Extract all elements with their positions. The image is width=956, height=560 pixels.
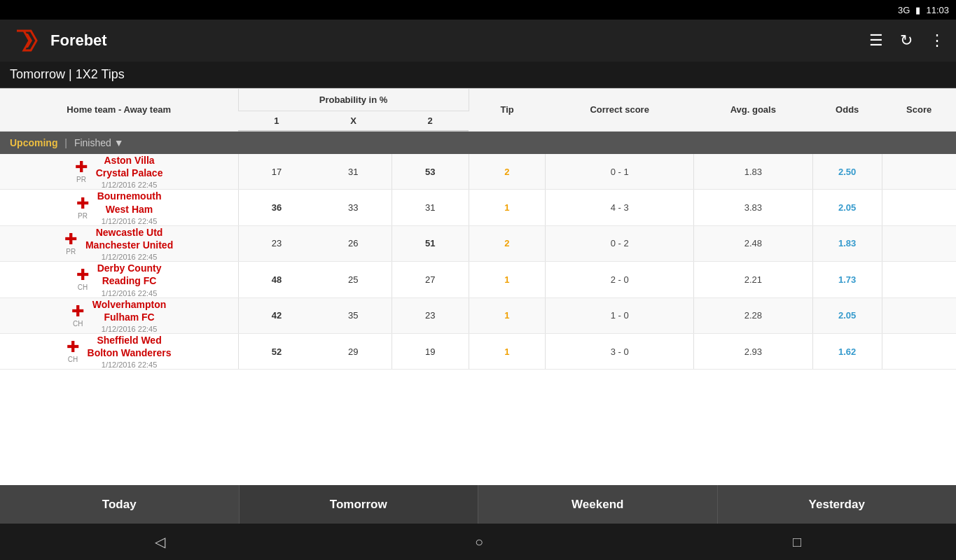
prob1-value: 52 bbox=[238, 333, 315, 369]
logo-icon bbox=[11, 25, 42, 56]
final-score-value bbox=[882, 298, 956, 333]
team-flag: ✚ PR bbox=[64, 232, 77, 255]
back-button[interactable]: ◁ bbox=[155, 533, 165, 550]
avg-goals-value: 3.83 bbox=[694, 190, 813, 225]
team-info: Bournemouth West Ham 1/12/2016 22:45 bbox=[97, 190, 162, 225]
group-finished-label: Finished bbox=[74, 137, 111, 148]
prob1-value: 36 bbox=[238, 190, 315, 225]
avg-goals-value: 2.93 bbox=[694, 333, 813, 369]
team-cell: ✚ PR Aston Villa Crystal Palace 1/12/201… bbox=[0, 154, 238, 190]
away-team-name: West Ham bbox=[97, 203, 162, 216]
correct-score-value: 0 - 2 bbox=[546, 225, 694, 261]
correct-score-value: 3 - 0 bbox=[546, 333, 694, 369]
match-time: 1/12/2016 22:45 bbox=[97, 289, 162, 298]
prob1-value: 23 bbox=[238, 225, 315, 261]
match-time: 1/12/2016 22:45 bbox=[88, 360, 172, 369]
team-info: Newcastle Utd Manchester United 1/12/201… bbox=[85, 226, 173, 261]
tip-value: 1 bbox=[469, 333, 546, 369]
match-time: 1/12/2016 22:45 bbox=[92, 325, 167, 333]
group-header-cell: Upcoming | Finished ▼ bbox=[0, 131, 956, 154]
matches-table: Home team - Away team Probability in % T… bbox=[0, 88, 956, 370]
away-team-name: Bolton Wanderers bbox=[88, 346, 172, 359]
team-info: Derby County Reading FC 1/12/2016 22:45 bbox=[97, 262, 162, 297]
probX-value: 26 bbox=[315, 225, 392, 261]
refresh-icon[interactable]: ↻ bbox=[900, 31, 913, 50]
table-header-top: Home team - Away team Probability in % T… bbox=[0, 89, 956, 111]
team-col-header: Home team - Away team bbox=[0, 89, 238, 132]
team-info: Aston Villa Crystal Palace 1/12/2016 22:… bbox=[96, 154, 163, 189]
page-title-bar: Tomorrow | 1X2 Tips bbox=[0, 62, 956, 88]
team-flag: ✚ CH bbox=[67, 340, 79, 363]
match-time: 1/12/2016 22:45 bbox=[97, 217, 162, 225]
probX-header: X bbox=[315, 111, 392, 132]
tab-yesterday[interactable]: Yesterday bbox=[718, 485, 957, 524]
team-cell: ✚ CH Derby County Reading FC 1/12/2016 2… bbox=[0, 262, 238, 298]
correct-score-value: 4 - 3 bbox=[546, 190, 694, 225]
prob2-value: 27 bbox=[392, 262, 469, 298]
tip-value: 2 bbox=[469, 225, 546, 261]
away-team-name: Fulham FC bbox=[92, 311, 167, 323]
avg-goals-value: 2.28 bbox=[694, 298, 813, 333]
odds-col-header: Odds bbox=[812, 89, 882, 132]
tip-value: 1 bbox=[469, 298, 546, 333]
group-header-row: Upcoming | Finished ▼ bbox=[0, 131, 956, 154]
tip-value: 2 bbox=[469, 154, 546, 190]
avg-goals-value: 2.21 bbox=[694, 262, 813, 298]
score-col-header: Score bbox=[882, 89, 956, 132]
battery-icon: ▮ bbox=[915, 5, 920, 15]
team-cell: ✚ PR Newcastle Utd Manchester United 1/1… bbox=[0, 225, 238, 261]
system-nav: ◁ ○ □ bbox=[0, 524, 956, 560]
odds-value: 2.50 bbox=[812, 154, 882, 190]
team-flag: ✚ PR bbox=[75, 160, 88, 183]
probX-value: 29 bbox=[315, 333, 392, 369]
group-arrow-icon: ▼ bbox=[114, 137, 124, 148]
probX-value: 35 bbox=[315, 298, 392, 333]
tip-col-header: Tip bbox=[469, 89, 546, 132]
tab-tomorrow[interactable]: Tomorrow bbox=[240, 485, 479, 524]
probX-value: 31 bbox=[315, 154, 392, 190]
correct-score-value: 0 - 1 bbox=[546, 154, 694, 190]
team-cell: ✚ PR Bournemouth West Ham 1/12/2016 22:4… bbox=[0, 190, 238, 225]
nav-actions: ☰ ↻ ⋮ bbox=[869, 31, 945, 50]
group-separator: | bbox=[64, 137, 67, 148]
final-score-value bbox=[882, 190, 956, 225]
home-team-name: Aston Villa bbox=[96, 154, 163, 167]
status-bar: 3G ▮ 11:03 bbox=[0, 0, 956, 20]
recent-button[interactable]: □ bbox=[793, 534, 801, 550]
correct-score-value: 1 - 0 bbox=[546, 298, 694, 333]
menu-icon[interactable]: ☰ bbox=[869, 31, 883, 50]
final-score-value bbox=[882, 333, 956, 369]
nav-bar: Forebet ☰ ↻ ⋮ bbox=[0, 20, 956, 62]
team-flag: ✚ CH bbox=[71, 304, 84, 328]
home-button[interactable]: ○ bbox=[475, 534, 483, 550]
prob2-value: 19 bbox=[392, 333, 469, 369]
table-row: ✚ PR Aston Villa Crystal Palace 1/12/201… bbox=[0, 154, 956, 190]
signal-indicator: 3G bbox=[898, 5, 910, 15]
table-row: ✚ PR Newcastle Utd Manchester United 1/1… bbox=[0, 225, 956, 261]
table-row: ✚ CH Sheffield Wed Bolton Wanderers 1/12… bbox=[0, 333, 956, 369]
odds-value: 1.83 bbox=[812, 225, 882, 261]
team-flag: ✚ CH bbox=[76, 267, 89, 291]
table-row: ✚ CH Wolverhampton Fulham FC 1/12/2016 2… bbox=[0, 298, 956, 333]
odds-value: 2.05 bbox=[812, 190, 882, 225]
home-team-name: Derby County bbox=[97, 262, 162, 274]
group-upcoming-label: Upcoming bbox=[10, 137, 57, 148]
table-row: ✚ PR Bournemouth West Ham 1/12/2016 22:4… bbox=[0, 190, 956, 225]
correct-score-col-header: Correct score bbox=[546, 89, 694, 132]
away-team-name: Crystal Palace bbox=[96, 167, 163, 179]
tab-weekend[interactable]: Weekend bbox=[478, 485, 718, 524]
team-info: Sheffield Wed Bolton Wanderers 1/12/2016… bbox=[88, 334, 172, 369]
prob1-value: 17 bbox=[238, 154, 315, 190]
home-team-name: Wolverhampton bbox=[92, 298, 167, 311]
tab-today[interactable]: Today bbox=[0, 485, 240, 524]
match-time: 1/12/2016 22:45 bbox=[96, 181, 163, 189]
prob2-value: 23 bbox=[392, 298, 469, 333]
correct-score-value: 2 - 0 bbox=[546, 262, 694, 298]
prob2-header: 2 bbox=[392, 111, 469, 132]
probX-value: 25 bbox=[315, 262, 392, 298]
home-team-name: Sheffield Wed bbox=[88, 334, 172, 346]
team-info: Wolverhampton Fulham FC 1/12/2016 22:45 bbox=[92, 298, 167, 333]
match-time: 1/12/2016 22:45 bbox=[85, 253, 173, 261]
bottom-tabs: Today Tomorrow Weekend Yesterday bbox=[0, 485, 956, 524]
more-icon[interactable]: ⋮ bbox=[929, 31, 945, 50]
